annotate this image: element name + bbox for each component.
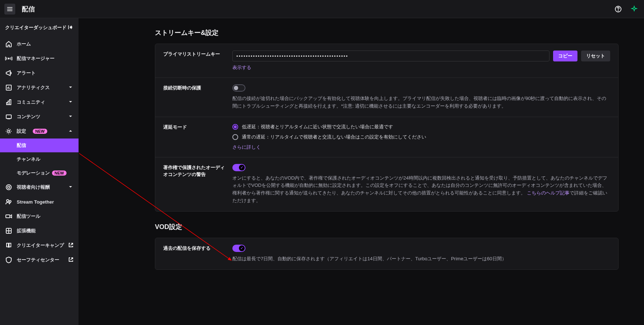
chart-icon <box>5 84 12 91</box>
sidebar-sub-channel[interactable]: チャンネル <box>0 152 79 166</box>
book-icon <box>5 242 12 249</box>
broadcast-icon <box>5 55 12 62</box>
vod-panel: 過去の配信を保存する 配信は最長で7日間、自動的に保存されます（アフィリエイトは… <box>155 238 619 270</box>
row-label: 遅延モード <box>163 124 225 151</box>
nav-label: 拡張機能 <box>17 228 36 234</box>
sidebar-item-analytics[interactable]: アナリティクス <box>0 80 79 95</box>
section-title-stream-key: ストリームキー&設定 <box>155 28 619 37</box>
sidebar-item-content[interactable]: コンテンツ <box>0 109 79 124</box>
chevron-down-icon <box>68 84 73 91</box>
section-title-vod: VOD設定 <box>155 222 619 231</box>
row-label: 著作権で保護されたオーディオコンテンツの警告 <box>163 164 225 205</box>
page-title: 配信 <box>22 5 35 13</box>
svg-point-12 <box>8 130 10 132</box>
sidebar-item-viewer-rewards[interactable]: 視聴者向け報酬 <box>0 180 79 194</box>
svg-rect-0 <box>7 7 12 8</box>
nav-label: コミュニティ <box>17 99 45 105</box>
video-icon <box>5 213 12 220</box>
sidebar-item-settings[interactable]: 設定 NEW <box>0 124 79 139</box>
copy-button[interactable]: コピー <box>553 51 577 61</box>
row-description: 配信の接続が途切れた場合にバックアップを有効化して視聴体験を向上します。プライマ… <box>232 95 610 110</box>
radio-icon <box>232 124 238 130</box>
sparkle-icon <box>631 5 638 13</box>
megaphone-icon <box>5 69 12 77</box>
nav-label: 配信ツール <box>17 213 40 220</box>
nav-label: チャンネル <box>17 156 40 162</box>
community-icon <box>5 99 12 106</box>
sidebar-item-stream-manager[interactable]: 配信マネージャー <box>0 51 79 66</box>
nav-label: アナリティクス <box>17 84 50 91</box>
latency-normal-radio[interactable]: 通常の遅延：リアルタイムで視聴者と交流しない場合はこの設定を有効にしてください <box>232 134 610 140</box>
row-description: オンにすると、あなたのVOD内で、著作権で保護されたオーディオコンテンツが24時… <box>232 174 610 205</box>
svg-point-13 <box>6 185 11 190</box>
nav-label: 視聴者向け報酬 <box>17 184 50 190</box>
collapse-icon <box>67 24 73 31</box>
sidebar-item-stream-together[interactable]: Stream Together <box>0 194 79 209</box>
sidebar-item-home[interactable]: ホーム <box>0 37 79 51</box>
latency-low-radio[interactable]: 低遅延：視聴者とリアルタイムに近い状態で交流したい場合に最適です <box>232 124 610 130</box>
stream-key-input[interactable] <box>232 51 549 61</box>
home-icon <box>5 40 12 48</box>
nav-label: クリエイターキャンプ <box>17 242 64 249</box>
external-link-icon <box>68 257 73 263</box>
content-icon <box>5 113 12 120</box>
nav-label: セーフティセンター <box>17 257 59 263</box>
disconnect-protection-toggle[interactable] <box>232 84 245 92</box>
row-save-past-broadcasts: 過去の配信を保存する 配信は最長で7日間、自動的に保存されます（アフィリエイトは… <box>155 238 618 269</box>
people-icon <box>5 198 12 205</box>
nav-label: 配信マネージャー <box>17 55 55 62</box>
sidebar-item-alerts[interactable]: アラート <box>0 66 79 80</box>
row-latency-mode: 遅延モード 低遅延：視聴者とリアルタイムに近い状態で交流したい場合に最適です 通… <box>155 117 618 157</box>
help-article-link[interactable]: こちらのヘルプ記事 <box>527 190 569 196</box>
reset-button[interactable]: リセット <box>581 51 610 61</box>
row-label: 接続切断時の保護 <box>163 84 225 110</box>
sidebar-title: クリエイターダッシュボード <box>5 25 67 31</box>
nav-label: ホーム <box>17 41 31 47</box>
external-link-icon <box>68 242 73 249</box>
show-key-link[interactable]: 表示する <box>232 64 251 71</box>
chevron-up-icon <box>68 128 73 135</box>
svg-point-15 <box>7 200 9 202</box>
nav-label: Stream Together <box>17 199 54 205</box>
extension-icon <box>5 227 12 234</box>
collapse-sidebar-button[interactable] <box>67 24 73 32</box>
sparkle-button[interactable] <box>629 4 640 15</box>
row-primary-stream-key: プライマリストリームキー コピー リセット 表示する <box>155 44 618 78</box>
sidebar-sub-moderation[interactable]: モデレーション NEW <box>0 166 79 180</box>
help-button[interactable] <box>613 4 624 15</box>
svg-rect-11 <box>6 115 11 119</box>
chevron-down-icon <box>68 184 73 191</box>
reward-icon <box>5 184 12 191</box>
sidebar-sub-stream[interactable]: 配信 <box>0 139 79 152</box>
row-disconnect-protection: 接続切断時の保護 配信の接続が途切れた場合にバックアップを有効化して視聴体験を向… <box>155 78 618 117</box>
shield-icon <box>5 256 12 264</box>
stream-key-panel: プライマリストリームキー コピー リセット 表示する 接続切断時の保護 配信の接… <box>155 44 619 212</box>
save-past-broadcasts-toggle[interactable] <box>232 245 245 252</box>
chevron-down-icon <box>68 99 73 106</box>
sidebar-item-community[interactable]: コミュニティ <box>0 95 79 109</box>
latency-learn-more-link[interactable]: さらに詳しく <box>232 144 261 150</box>
row-copyright-warning: 著作権で保護されたオーディオコンテンツの警告 オンにすると、あなたのVOD内で、… <box>155 157 618 211</box>
copyright-warning-toggle[interactable] <box>232 164 245 171</box>
hamburger-icon <box>7 6 13 12</box>
nav-label: モデレーション <box>17 170 50 176</box>
svg-rect-10 <box>9 100 11 105</box>
svg-rect-17 <box>6 215 10 218</box>
nav-label: コンテンツ <box>17 113 40 120</box>
nav-label: 設定 <box>17 128 26 135</box>
menu-button[interactable] <box>4 4 15 15</box>
nav-label: アラート <box>17 70 36 76</box>
nav-label: 配信 <box>17 142 26 149</box>
topbar: 配信 <box>0 0 644 18</box>
svg-rect-1 <box>7 9 12 9</box>
gear-icon <box>5 128 12 135</box>
sidebar: クリエイターダッシュボード ホーム 配信マネージャー アラート アナリティクス … <box>0 18 79 325</box>
sidebar-item-creator-camp[interactable]: クリエイターキャンプ <box>0 238 79 253</box>
new-badge: NEW <box>33 129 47 134</box>
sidebar-item-extensions[interactable]: 拡張機能 <box>0 224 79 238</box>
svg-point-16 <box>9 201 11 202</box>
sidebar-item-safety-center[interactable]: セーフティセンター <box>0 253 79 267</box>
main-content: ストリームキー&設定 プライマリストリームキー コピー リセット 表示する 接続… <box>79 18 644 325</box>
sidebar-item-broadcast-tools[interactable]: 配信ツール <box>0 209 79 224</box>
chevron-down-icon <box>68 113 73 120</box>
